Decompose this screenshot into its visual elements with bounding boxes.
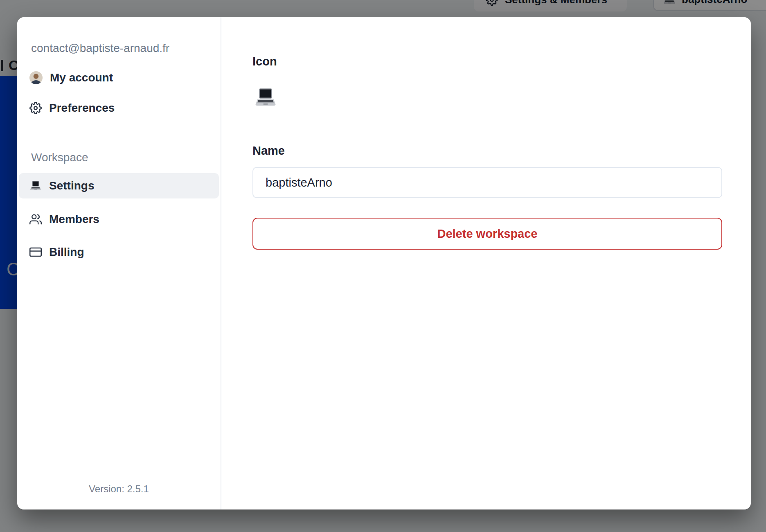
version-text: Version: 2.5.1 (19, 483, 219, 495)
laptop-icon (254, 88, 277, 108)
workspace-settings-content: Icon Name Delete workspace (221, 17, 751, 509)
workspace-section-title: Workspace (31, 150, 219, 165)
users-icon (29, 213, 42, 225)
sidebar-item-members[interactable]: Members (19, 207, 219, 232)
workspace-icon-button[interactable] (252, 85, 279, 111)
sidebar-item-my-account[interactable]: My account (19, 65, 219, 90)
preferences-label: Preferences (49, 101, 115, 115)
avatar (29, 71, 43, 84)
delete-workspace-button[interactable]: Delete workspace (252, 218, 722, 250)
members-label: Members (49, 213, 99, 226)
my-account-label: My account (50, 71, 113, 84)
settings-label: Settings (49, 179, 94, 192)
laptop-icon (29, 180, 42, 192)
sidebar-item-billing[interactable]: Billing (19, 239, 219, 265)
credit-card-icon (29, 246, 42, 258)
billing-label: Billing (49, 246, 84, 259)
account-email: contact@baptiste-arnaud.fr (31, 41, 219, 56)
sidebar-item-preferences[interactable]: Preferences (19, 95, 219, 121)
gear-icon (29, 102, 42, 114)
workspace-name-input[interactable] (252, 167, 722, 198)
sidebar-item-settings[interactable]: Settings (19, 173, 219, 198)
name-section-title: Name (252, 143, 722, 158)
workspace-settings-modal: contact@baptiste-arnaud.fr My account Pr… (17, 17, 751, 509)
icon-section-title: Icon (252, 54, 722, 69)
settings-sidebar: contact@baptiste-arnaud.fr My account Pr… (17, 17, 221, 509)
